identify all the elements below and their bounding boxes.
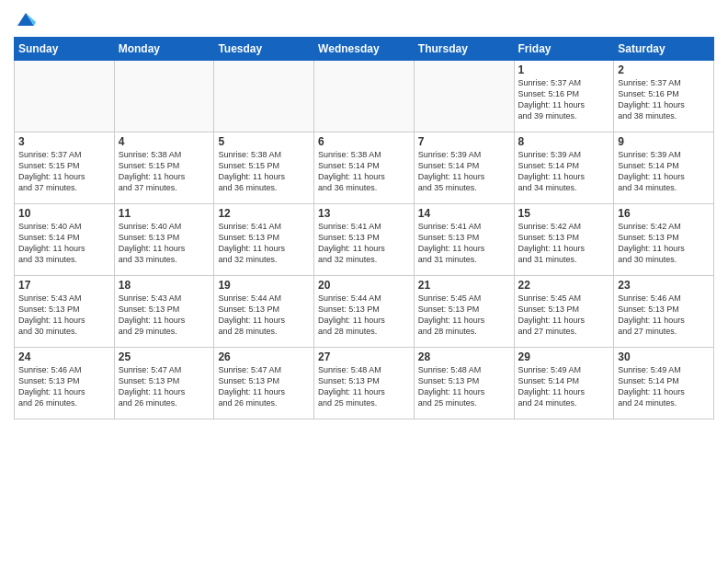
calendar-day-cell: 15Sunrise: 5:42 AM Sunset: 5:13 PM Dayli… [514, 204, 614, 276]
page-container: SundayMondayTuesdayWednesdayThursdayFrid… [0, 0, 728, 424]
calendar-day-cell: 3Sunrise: 5:37 AM Sunset: 5:15 PM Daylig… [15, 132, 115, 204]
day-number: 2 [618, 63, 710, 76]
day-info: Sunrise: 5:38 AM Sunset: 5:15 PM Dayligh… [119, 149, 210, 194]
calendar-week-row: 3Sunrise: 5:37 AM Sunset: 5:15 PM Daylig… [15, 132, 714, 204]
calendar-day-cell: 26Sunrise: 5:47 AM Sunset: 5:13 PM Dayli… [214, 348, 314, 419]
calendar-day-cell [15, 61, 115, 132]
calendar-day-cell: 4Sunrise: 5:38 AM Sunset: 5:15 PM Daylig… [114, 132, 214, 204]
day-number: 4 [119, 135, 210, 148]
day-number: 27 [318, 350, 410, 363]
day-number: 29 [518, 350, 610, 363]
weekday-header: Monday [114, 38, 214, 61]
calendar-week-row: 1Sunrise: 5:37 AM Sunset: 5:16 PM Daylig… [15, 61, 714, 132]
calendar-day-cell [414, 61, 514, 132]
day-number: 8 [518, 135, 610, 148]
calendar-day-cell: 18Sunrise: 5:43 AM Sunset: 5:13 PM Dayli… [114, 276, 214, 348]
day-number: 30 [618, 350, 710, 363]
calendar-day-cell: 23Sunrise: 5:46 AM Sunset: 5:13 PM Dayli… [614, 276, 714, 348]
logo-general [14, 9, 36, 29]
day-number: 25 [119, 350, 210, 363]
day-info: Sunrise: 5:38 AM Sunset: 5:15 PM Dayligh… [218, 149, 310, 194]
day-number: 13 [318, 207, 410, 220]
calendar-day-cell: 12Sunrise: 5:41 AM Sunset: 5:13 PM Dayli… [214, 204, 314, 276]
calendar-table: SundayMondayTuesdayWednesdayThursdayFrid… [14, 37, 714, 419]
day-number: 26 [218, 350, 310, 363]
calendar-day-cell: 9Sunrise: 5:39 AM Sunset: 5:14 PM Daylig… [614, 132, 714, 204]
day-info: Sunrise: 5:37 AM Sunset: 5:16 PM Dayligh… [518, 77, 610, 122]
day-info: Sunrise: 5:40 AM Sunset: 5:13 PM Dayligh… [119, 221, 210, 266]
day-info: Sunrise: 5:39 AM Sunset: 5:14 PM Dayligh… [518, 149, 610, 194]
weekday-header: Saturday [614, 38, 714, 61]
calendar-day-cell: 13Sunrise: 5:41 AM Sunset: 5:13 PM Dayli… [314, 204, 415, 276]
day-number: 6 [318, 135, 410, 148]
calendar-day-cell: 5Sunrise: 5:38 AM Sunset: 5:15 PM Daylig… [214, 132, 314, 204]
calendar-day-cell: 10Sunrise: 5:40 AM Sunset: 5:14 PM Dayli… [15, 204, 115, 276]
calendar-day-cell: 25Sunrise: 5:47 AM Sunset: 5:13 PM Dayli… [114, 348, 214, 419]
day-number: 3 [18, 135, 110, 148]
day-number: 24 [18, 350, 110, 363]
calendar-day-cell: 20Sunrise: 5:44 AM Sunset: 5:13 PM Dayli… [314, 276, 415, 348]
day-info: Sunrise: 5:48 AM Sunset: 5:13 PM Dayligh… [418, 364, 510, 409]
calendar-day-cell: 8Sunrise: 5:39 AM Sunset: 5:14 PM Daylig… [514, 132, 614, 204]
day-number: 18 [119, 279, 210, 292]
day-info: Sunrise: 5:45 AM Sunset: 5:13 PM Dayligh… [518, 293, 610, 338]
day-number: 9 [618, 135, 710, 148]
day-number: 20 [318, 279, 410, 292]
day-info: Sunrise: 5:41 AM Sunset: 5:13 PM Dayligh… [318, 221, 410, 266]
day-info: Sunrise: 5:45 AM Sunset: 5:13 PM Dayligh… [418, 293, 510, 338]
day-number: 10 [18, 207, 110, 220]
day-info: Sunrise: 5:42 AM Sunset: 5:13 PM Dayligh… [618, 221, 710, 266]
calendar-day-cell: 14Sunrise: 5:41 AM Sunset: 5:13 PM Dayli… [414, 204, 514, 276]
calendar-day-cell: 17Sunrise: 5:43 AM Sunset: 5:13 PM Dayli… [15, 276, 115, 348]
calendar-day-cell: 21Sunrise: 5:45 AM Sunset: 5:13 PM Dayli… [414, 276, 514, 348]
day-number: 11 [119, 207, 210, 220]
day-info: Sunrise: 5:43 AM Sunset: 5:13 PM Dayligh… [119, 293, 210, 338]
weekday-header: Thursday [414, 38, 514, 61]
day-info: Sunrise: 5:39 AM Sunset: 5:14 PM Dayligh… [418, 149, 510, 194]
day-info: Sunrise: 5:44 AM Sunset: 5:13 PM Dayligh… [318, 293, 410, 338]
day-info: Sunrise: 5:49 AM Sunset: 5:14 PM Dayligh… [618, 364, 710, 409]
day-number: 5 [218, 135, 310, 148]
calendar-header-row: SundayMondayTuesdayWednesdayThursdayFrid… [15, 38, 714, 61]
day-number: 15 [518, 207, 610, 220]
weekday-header: Sunday [15, 38, 115, 61]
header [14, 9, 714, 29]
day-number: 28 [418, 350, 510, 363]
calendar-week-row: 10Sunrise: 5:40 AM Sunset: 5:14 PM Dayli… [15, 204, 714, 276]
calendar-day-cell: 22Sunrise: 5:45 AM Sunset: 5:13 PM Dayli… [514, 276, 614, 348]
calendar-day-cell: 6Sunrise: 5:38 AM Sunset: 5:14 PM Daylig… [314, 132, 415, 204]
day-info: Sunrise: 5:42 AM Sunset: 5:13 PM Dayligh… [518, 221, 610, 266]
day-number: 23 [618, 279, 710, 292]
calendar-day-cell: 27Sunrise: 5:48 AM Sunset: 5:13 PM Dayli… [314, 348, 415, 419]
logo-icon [16, 9, 36, 29]
day-number: 1 [518, 63, 610, 76]
day-info: Sunrise: 5:44 AM Sunset: 5:13 PM Dayligh… [218, 293, 310, 338]
day-info: Sunrise: 5:41 AM Sunset: 5:13 PM Dayligh… [218, 221, 310, 266]
day-info: Sunrise: 5:41 AM Sunset: 5:13 PM Dayligh… [418, 221, 510, 266]
calendar-day-cell: 30Sunrise: 5:49 AM Sunset: 5:14 PM Dayli… [614, 348, 714, 419]
calendar-day-cell: 16Sunrise: 5:42 AM Sunset: 5:13 PM Dayli… [614, 204, 714, 276]
logo [14, 9, 36, 29]
day-info: Sunrise: 5:48 AM Sunset: 5:13 PM Dayligh… [318, 364, 410, 409]
calendar-day-cell: 2Sunrise: 5:37 AM Sunset: 5:16 PM Daylig… [614, 61, 714, 132]
calendar-week-row: 17Sunrise: 5:43 AM Sunset: 5:13 PM Dayli… [15, 276, 714, 348]
calendar-day-cell: 28Sunrise: 5:48 AM Sunset: 5:13 PM Dayli… [414, 348, 514, 419]
day-info: Sunrise: 5:46 AM Sunset: 5:13 PM Dayligh… [18, 364, 110, 409]
day-info: Sunrise: 5:38 AM Sunset: 5:14 PM Dayligh… [318, 149, 410, 194]
calendar-day-cell: 19Sunrise: 5:44 AM Sunset: 5:13 PM Dayli… [214, 276, 314, 348]
day-info: Sunrise: 5:39 AM Sunset: 5:14 PM Dayligh… [618, 149, 710, 194]
day-info: Sunrise: 5:43 AM Sunset: 5:13 PM Dayligh… [18, 293, 110, 338]
day-number: 14 [418, 207, 510, 220]
day-number: 16 [618, 207, 710, 220]
weekday-header: Wednesday [314, 38, 415, 61]
day-info: Sunrise: 5:49 AM Sunset: 5:14 PM Dayligh… [518, 364, 610, 409]
day-number: 17 [18, 279, 110, 292]
day-info: Sunrise: 5:37 AM Sunset: 5:15 PM Dayligh… [18, 149, 110, 194]
calendar-day-cell: 7Sunrise: 5:39 AM Sunset: 5:14 PM Daylig… [414, 132, 514, 204]
calendar-day-cell [214, 61, 314, 132]
day-info: Sunrise: 5:40 AM Sunset: 5:14 PM Dayligh… [18, 221, 110, 266]
weekday-header: Friday [514, 38, 614, 61]
calendar-day-cell: 11Sunrise: 5:40 AM Sunset: 5:13 PM Dayli… [114, 204, 214, 276]
day-info: Sunrise: 5:37 AM Sunset: 5:16 PM Dayligh… [618, 77, 710, 122]
day-number: 19 [218, 279, 310, 292]
